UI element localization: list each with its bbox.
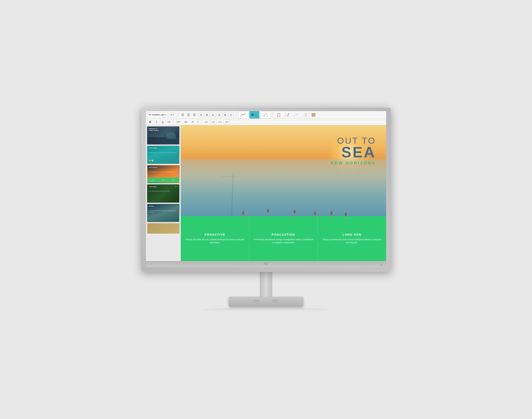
stand-reflection <box>204 307 328 312</box>
slide-subtitle: NEW HORIZONS <box>331 161 376 166</box>
stand-circle-right <box>272 300 278 302</box>
info-col2-title: PODCASTING <box>272 233 295 236</box>
monitor-bezel: HP Simplified Light 12 ☰ ☰ ☰ <box>141 107 391 272</box>
slide-thumb-5[interactable]: GLOBAL Global description text content f… <box>147 204 179 222</box>
chart-icon-btn[interactable] <box>238 111 248 118</box>
underline-button[interactable]: A <box>160 120 165 124</box>
svg-point-4 <box>265 114 265 115</box>
stand-base-detail <box>229 297 303 302</box>
layout-btn-1[interactable]: ⊟ <box>198 113 204 117</box>
indent-increase-btn[interactable]: ≡⇥ <box>217 120 223 124</box>
svg-point-6 <box>266 114 267 114</box>
layout-btn-5[interactable]: ⊠ <box>223 113 228 117</box>
slide4-title: TEAM WORK <box>149 186 157 188</box>
indent-text2-btn[interactable]: ⊡⊡ <box>224 120 230 124</box>
layout-btn-3[interactable]: ⊡ <box>210 113 216 117</box>
main-slide-display: OUT TO SEA NEW HORIZONS PROACTIVE Bring … <box>181 125 386 261</box>
info-col3-title: LONG RUN <box>342 233 361 236</box>
slide-panel: BRINGING UPA NEW CHANGE EXCELLENCE Some … <box>146 125 181 261</box>
toggle-circle-green <box>255 113 258 116</box>
align-right-button[interactable]: ☰ <box>192 113 197 117</box>
info-col1-title: PROACTIVE <box>205 233 225 236</box>
slide-thumb-3[interactable]: CHALLENGES Some description text content… <box>147 165 179 183</box>
water-layer <box>181 159 386 220</box>
notes2-btn[interactable]: 📝 <box>284 112 291 118</box>
duplicate-btn[interactable]: 📑 <box>301 112 309 118</box>
notes-btn[interactable]: 📋 <box>275 112 282 118</box>
alignment-group: ☰ ☰ ☰ <box>180 113 197 117</box>
screen-inner: HP Simplified Light 12 ☰ ☰ ☰ <box>146 111 386 261</box>
content-area: BRINGING UPA NEW CHANGE EXCELLENCE Some … <box>146 125 386 261</box>
slide5-title: GLOBAL <box>149 206 154 207</box>
indicator-light <box>381 264 382 266</box>
toolbar-row2: B I A | A ABC abc A² A ⇤≡ ⊡⊡ ≡⇥ ⊡⊡ <box>146 119 386 125</box>
font-size-label: 12 <box>170 114 172 116</box>
slide-content: OUT TO SEA NEW HORIZONS PROACTIVE Bring … <box>181 125 386 261</box>
subscript-button[interactable]: A <box>196 120 200 124</box>
indent-decrease-btn[interactable]: ⇤≡ <box>204 120 209 124</box>
slide-thumb-2[interactable]: EXCELLENCE Some description text for exc… <box>147 146 179 164</box>
monitor-screen: HP Simplified Light 12 ☰ ☰ ☰ <box>146 111 386 261</box>
document-btn[interactable]: 📄 <box>292 112 300 118</box>
layout-btn-2[interactable]: ⊠ <box>204 113 210 117</box>
slide5-text: Global description text content for this… <box>149 210 178 213</box>
info-col3-text: Taking seamless key performance indicato… <box>322 238 382 244</box>
font-family-label: HP Simplified Light <box>149 114 164 116</box>
slide2-title: EXCELLENCE <box>149 147 157 149</box>
slide-thumb-6[interactable] <box>147 223 179 234</box>
toolbar-row1: HP Simplified Light 12 ☰ ☰ ☰ <box>146 111 386 119</box>
toggle-circle-teal <box>251 113 254 116</box>
abc2-button[interactable]: abc <box>183 120 189 124</box>
stand-neck <box>260 272 272 297</box>
slide1-title: BRINGING UPA NEW CHANGE <box>149 128 159 131</box>
svg-point-5 <box>265 114 266 115</box>
toggle-circles-btn[interactable] <box>249 111 259 118</box>
abc-button[interactable]: ABC <box>175 120 182 124</box>
font-family-arrow[interactable] <box>165 114 167 116</box>
indent-text-btn[interactable]: ⊡⊡ <box>210 120 217 124</box>
font-size-arrow[interactable] <box>173 114 175 116</box>
svg-point-8 <box>264 116 265 116</box>
svg-point-7 <box>267 115 268 116</box>
slide3-title: CHALLENGES <box>149 167 157 168</box>
svg-rect-0 <box>262 113 269 117</box>
hp-logo: hp <box>264 262 268 266</box>
slide-title-out-to: OUT TO SEA <box>331 136 376 159</box>
slide-title-area: OUT TO SEA NEW HORIZONS <box>331 136 376 166</box>
italic-button[interactable]: I <box>154 120 159 124</box>
toolbar-divider-2 <box>236 112 236 117</box>
monitor-bottom-bezel: hp <box>146 261 386 267</box>
font-size-selector[interactable]: 12 <box>169 113 176 117</box>
slide2-text: Some description text for excellence sli… <box>149 152 178 154</box>
toolbar-divider-row2-1 <box>173 119 174 124</box>
title-sea: SEA <box>331 145 376 159</box>
layout-group-2: ⊟ ⊠ ⊡ <box>217 113 234 117</box>
layout-btn-6[interactable]: ⊡ <box>228 113 234 117</box>
info-col2-text: Podcasting operational change management… <box>254 238 314 244</box>
superscript-button[interactable]: A² <box>190 120 195 124</box>
toolbar-divider-row2-2 <box>202 119 202 124</box>
info-col-podcasting: PODCASTING Podcasting operational change… <box>249 216 318 261</box>
info-col-proactive: PROACTIVE Bring to the table win-win sur… <box>181 216 249 261</box>
slide-thumb-1[interactable]: BRINGING UPA NEW CHANGE <box>147 126 179 144</box>
slide-thumb-4[interactable]: TEAM WORK Some description text for team… <box>147 184 179 202</box>
align-left-button[interactable]: ☰ <box>180 113 186 117</box>
scatter-chart-btn[interactable] <box>260 111 271 118</box>
stand-base <box>229 297 303 307</box>
style-button[interactable]: | A <box>166 120 172 124</box>
info-bar: PROACTIVE Bring to the table win-win sur… <box>181 216 386 261</box>
info-col1-text: Bring to the table win-win survival stra… <box>185 238 245 244</box>
bold-button[interactable]: B <box>148 120 153 124</box>
font-family-selector[interactable]: HP Simplified Light <box>148 113 168 117</box>
layout-btn-4[interactable]: ⊟ <box>217 113 222 117</box>
monitor-wrapper: HP Simplified Light 12 ☰ ☰ ☰ <box>141 107 391 312</box>
layout-group: ⊟ ⊠ ⊡ <box>198 113 216 117</box>
image-btn[interactable]: 🖼️ <box>310 112 317 118</box>
slide3-text: Some description text content for this s… <box>149 171 178 173</box>
info-col-longrun: LONG RUN Taking seamless key performance… <box>318 216 386 261</box>
stand-circle-left <box>254 300 260 302</box>
align-center-button[interactable]: ☰ <box>186 113 191 117</box>
slide4-text: Some description text for team work slid… <box>149 191 178 192</box>
